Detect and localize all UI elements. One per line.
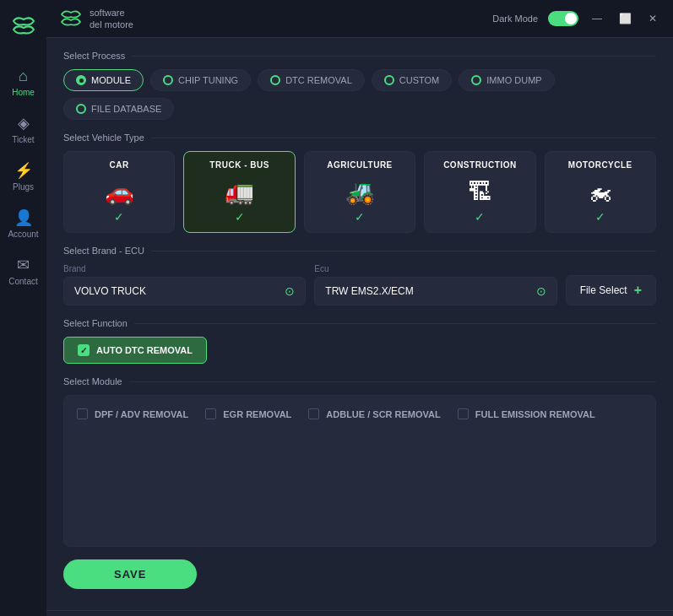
- plugs-icon: ⚡: [14, 161, 33, 180]
- process-option-chip-tuning[interactable]: CHIP TUNING: [150, 69, 251, 91]
- sidebar-item-label: Contact: [8, 277, 37, 286]
- car-icon: 🚗: [105, 178, 134, 206]
- dark-mode-label: Dark Mode: [492, 14, 538, 24]
- ecu-select-group: Ecu TRW EMS2.X/ECM ⊙: [314, 264, 556, 305]
- process-option-dtc-removal[interactable]: DTC REMOVAL: [258, 69, 365, 91]
- module-label-full-emission: FULL EMISSION REMOVAL: [475, 409, 595, 419]
- motorcycle-check: ✓: [595, 210, 605, 224]
- truck-icon: 🚛: [225, 178, 254, 206]
- module-checkbox-dpf: [77, 408, 88, 419]
- brand-value: VOLVO TRUCK: [74, 285, 146, 297]
- minimize-button[interactable]: —: [589, 11, 605, 26]
- vehicle-agriculture[interactable]: AGRICULTURE 🚜 ✓: [304, 151, 415, 233]
- main-area: software del motore Dark Mode — ⬜ ✕ Sele…: [46, 0, 673, 616]
- ecu-select[interactable]: TRW EMS2.X/ECM ⊙: [314, 277, 556, 305]
- content: Select Process MODULE CHIP TUNING DTC RE…: [46, 38, 673, 610]
- ecu-chevron-icon: ⊙: [536, 284, 546, 298]
- radio-dtc-removal: [270, 75, 280, 85]
- brand-ecu-section-label: Select Brand - ECU: [63, 246, 656, 256]
- account-icon: 👤: [14, 208, 33, 227]
- titlebar: software del motore Dark Mode — ⬜ ✕: [46, 0, 673, 38]
- function-auto-dtc[interactable]: ✓ AUTO DTC REMOVAL: [63, 337, 207, 364]
- car-check: ✓: [114, 210, 124, 224]
- module-box: DPF / ADV REMOVAL EGR REMOVAL ADBLUE / S…: [63, 395, 656, 547]
- construction-check: ✓: [475, 210, 485, 224]
- file-select-button[interactable]: File Select +: [566, 275, 656, 305]
- module-label-dpf: DPF / ADV REMOVAL: [95, 409, 188, 419]
- construction-icon: 🏗: [468, 178, 491, 206]
- module-full-emission[interactable]: FULL EMISSION REMOVAL: [458, 408, 595, 419]
- dark-mode-toggle[interactable]: [548, 11, 578, 26]
- function-section-label: Select Function: [63, 318, 656, 328]
- radio-chip-tuning: [163, 75, 173, 85]
- vehicle-options: CAR 🚗 ✓ TRUCK - BUS 🚛 ✓ AGRICULTURE 🚜 ✓ …: [63, 151, 656, 233]
- vehicle-truck-bus[interactable]: TRUCK - BUS 🚛 ✓: [183, 151, 295, 233]
- contact-icon: ✉: [17, 256, 30, 274]
- sidebar-item-ticket[interactable]: ◈ Ticket: [0, 105, 46, 153]
- sidebar-logo: [10, 13, 37, 42]
- module-dpf-adv[interactable]: DPF / ADV REMOVAL: [77, 408, 188, 419]
- brand-ecu-row: Brand VOLVO TRUCK ⊙ Ecu TRW EMS2.X/ECM ⊙…: [63, 264, 656, 305]
- radio-custom: [384, 75, 394, 85]
- process-option-module[interactable]: MODULE: [63, 69, 144, 91]
- brand-select[interactable]: VOLVO TRUCK ⊙: [63, 277, 306, 305]
- vehicle-car[interactable]: CAR 🚗 ✓: [63, 151, 175, 233]
- titlebar-logo: software del motore: [59, 7, 133, 31]
- footer: Copyright © 2024 NuoVolta v.4.0.0.5: [46, 610, 673, 616]
- home-icon: ⌂: [19, 68, 28, 85]
- process-section-label: Select Process: [63, 51, 656, 61]
- sidebar-item-contact[interactable]: ✉ Contact: [0, 247, 46, 294]
- vehicle-construction[interactable]: CONSTRUCTION 🏗 ✓: [424, 151, 535, 233]
- sidebar: ⌂ Home ◈ Ticket ⚡ Plugs 👤 Account ✉ Cont…: [0, 0, 46, 616]
- module-options: DPF / ADV REMOVAL EGR REMOVAL ADBLUE / S…: [77, 408, 643, 419]
- close-button[interactable]: ✕: [645, 11, 660, 26]
- sidebar-item-account[interactable]: 👤 Account: [0, 200, 46, 247]
- radio-immo-dump: [471, 75, 481, 85]
- save-button[interactable]: SAVE: [63, 559, 197, 589]
- module-label-egr: EGR REMOVAL: [223, 409, 291, 419]
- process-options: MODULE CHIP TUNING DTC REMOVAL CUSTOM IM…: [63, 69, 656, 120]
- agriculture-check: ✓: [355, 210, 365, 224]
- titlebar-controls: Dark Mode — ⬜ ✕: [492, 11, 660, 26]
- truck-check: ✓: [235, 210, 245, 224]
- sidebar-item-label: Plugs: [13, 182, 34, 192]
- module-label-adblue: ADBLUE / SCR REMOVAL: [326, 409, 440, 419]
- function-check-icon: ✓: [78, 344, 90, 356]
- radio-module: [76, 75, 86, 85]
- sidebar-item-label: Ticket: [12, 135, 34, 144]
- module-egr[interactable]: EGR REMOVAL: [205, 408, 291, 419]
- sidebar-item-label: Account: [8, 230, 38, 239]
- file-select-label: File Select: [580, 284, 627, 296]
- module-section-label: Select Module: [63, 376, 656, 386]
- sidebar-item-label: Home: [12, 88, 35, 97]
- brand-select-group: Brand VOLVO TRUCK ⊙: [63, 264, 306, 305]
- vehicle-motorcycle[interactable]: MOTORCYCLE 🏍 ✓: [545, 151, 656, 233]
- process-option-file-database[interactable]: FILE DATABASE: [63, 98, 174, 120]
- radio-file-database: [76, 104, 86, 114]
- function-options: ✓ AUTO DTC REMOVAL: [63, 337, 656, 364]
- ecu-sublabel: Ecu: [314, 264, 556, 273]
- module-checkbox-egr: [205, 408, 216, 419]
- brand-chevron-icon: ⊙: [285, 284, 295, 298]
- motorcycle-icon: 🏍: [589, 178, 612, 206]
- sidebar-item-home[interactable]: ⌂ Home: [0, 59, 46, 105]
- vehicle-section-label: Select Vehicle Type: [63, 132, 656, 143]
- module-checkbox-adblue: [308, 408, 319, 419]
- plus-icon: +: [634, 283, 642, 298]
- brand-text: software del motore: [90, 7, 133, 31]
- sidebar-item-plugs[interactable]: ⚡ Plugs: [0, 153, 46, 200]
- maximize-button[interactable]: ⬜: [616, 11, 635, 26]
- ecu-value: TRW EMS2.X/ECM: [325, 285, 413, 297]
- toggle-knob: [565, 13, 577, 24]
- agriculture-icon: 🚜: [345, 178, 375, 206]
- module-checkbox-full-emission: [458, 408, 469, 419]
- process-option-custom[interactable]: CUSTOM: [372, 69, 452, 91]
- process-option-immo-dump[interactable]: IMMO DUMP: [459, 69, 554, 91]
- function-label: AUTO DTC REMOVAL: [96, 345, 193, 355]
- module-adblue[interactable]: ADBLUE / SCR REMOVAL: [308, 408, 440, 419]
- ticket-icon: ◈: [18, 114, 30, 132]
- brand-sublabel: Brand: [63, 264, 306, 273]
